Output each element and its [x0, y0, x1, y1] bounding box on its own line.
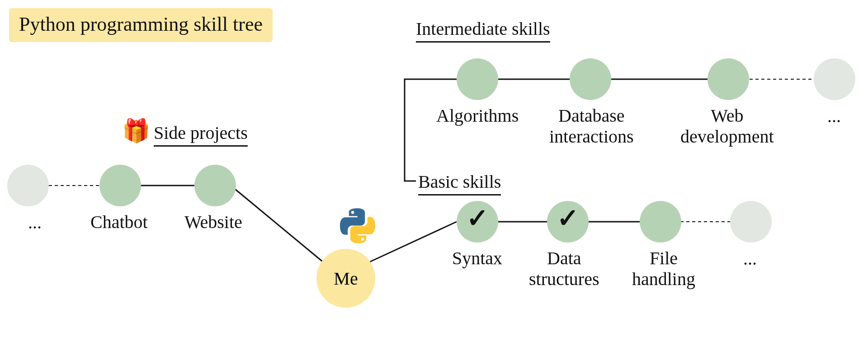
me-label: Me — [334, 268, 358, 289]
skill-node-database — [570, 58, 611, 100]
ellipsis-left: ... — [28, 212, 42, 233]
svg-line-3 — [368, 222, 457, 262]
skill-node-web-dev — [708, 58, 749, 100]
me-node: Me — [316, 249, 375, 308]
check-icon: ✓ — [557, 203, 579, 233]
gift-icon: 🎁 — [122, 118, 150, 144]
label-chatbot: Chatbot — [90, 212, 148, 233]
label-database: Database interactions — [549, 105, 634, 147]
label-file-handling: File handling — [632, 248, 695, 290]
check-icon: ✓ — [467, 203, 489, 233]
svg-line-2 — [235, 189, 335, 272]
label-algorithms: Algorithms — [436, 105, 519, 126]
heading-basic-skills: Basic skills — [418, 171, 501, 195]
heading-side-projects: Side projects — [154, 122, 248, 147]
skill-node-more-basic — [730, 201, 772, 243]
skill-node-website — [194, 165, 236, 206]
diagram-title: Python programming skill tree — [9, 8, 273, 42]
label-website: Website — [184, 212, 242, 233]
heading-intermediate-skills: Intermediate skills — [416, 18, 550, 43]
label-syntax: Syntax — [452, 248, 502, 269]
ellipsis-intermediate: ... — [827, 105, 841, 127]
skill-node-more-intermediate — [814, 58, 855, 100]
skill-tree-diagram: Python programming skill tree 🎁 Side pro… — [0, 0, 868, 362]
python-logo-icon — [340, 208, 375, 245]
skill-node-chatbot — [99, 165, 141, 206]
ellipsis-basic: ... — [743, 248, 757, 269]
skill-node-file-handling — [640, 201, 681, 243]
skill-node-algorithms — [457, 58, 498, 100]
label-data-structures: Data structures — [529, 248, 599, 290]
label-web-dev: Web development — [680, 105, 774, 147]
skill-node-more-left — [7, 165, 49, 206]
